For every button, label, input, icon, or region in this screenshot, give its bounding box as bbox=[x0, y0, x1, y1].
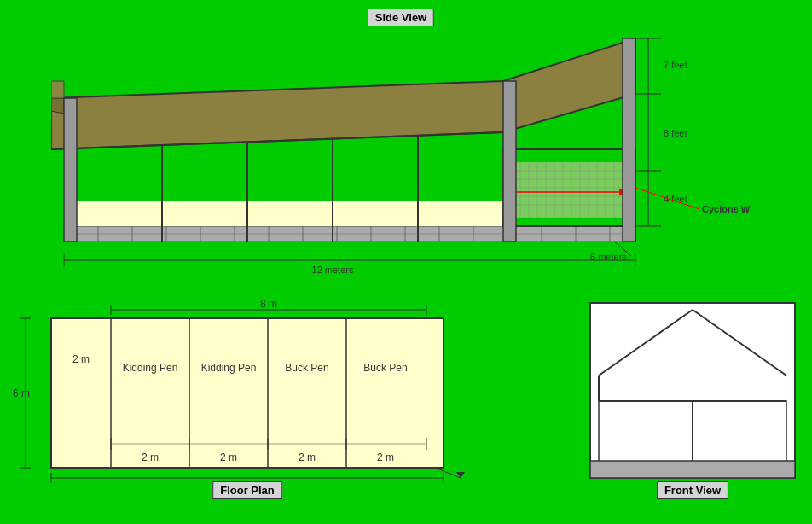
side-view-label: Side View bbox=[368, 9, 434, 26]
svg-text:12 meters: 12 meters bbox=[312, 265, 354, 275]
svg-text:7 feet: 7 feet bbox=[664, 60, 687, 70]
svg-rect-19 bbox=[77, 201, 503, 226]
svg-text:Kidding Pen: Kidding Pen bbox=[201, 362, 257, 374]
svg-rect-52 bbox=[623, 38, 635, 242]
svg-marker-50 bbox=[51, 81, 64, 98]
side-view-svg: 7 feet 8 feet 4 feet 6 meters Cyclone Wi… bbox=[51, 30, 751, 282]
side-view-section: Side View bbox=[51, 9, 751, 282]
svg-text:4 feet: 4 feet bbox=[664, 194, 687, 204]
svg-marker-48 bbox=[51, 98, 64, 114]
svg-text:6 m: 6 m bbox=[13, 387, 30, 399]
floor-plan-svg: 8 m 6 m 2 m Kidding Pen Kidding Pen Buck… bbox=[9, 294, 486, 499]
front-view-section: Front View bbox=[582, 294, 803, 499]
svg-text:Buck Pen: Buck Pen bbox=[285, 362, 328, 374]
svg-text:Buck Pen: Buck Pen bbox=[363, 362, 407, 374]
floor-plan-label: Floor Plan bbox=[212, 481, 282, 499]
svg-line-100 bbox=[435, 468, 461, 478]
svg-text:2 m: 2 m bbox=[220, 451, 237, 463]
floor-plan-section: 8 m 6 m 2 m Kidding Pen Kidding Pen Buck… bbox=[9, 294, 486, 499]
front-view-label: Front View bbox=[657, 481, 728, 499]
svg-text:Kidding Pen: Kidding Pen bbox=[123, 362, 178, 374]
svg-rect-53 bbox=[503, 81, 516, 242]
svg-text:Cyclone Wire: Cyclone Wire bbox=[702, 204, 751, 214]
svg-text:2 m: 2 m bbox=[299, 451, 316, 463]
svg-text:8 m: 8 m bbox=[260, 298, 277, 310]
svg-rect-76 bbox=[51, 318, 444, 468]
svg-text:2 m: 2 m bbox=[72, 353, 90, 365]
svg-line-66 bbox=[635, 188, 699, 209]
svg-text:8 feet: 8 feet bbox=[664, 128, 687, 138]
front-view-svg bbox=[582, 294, 803, 499]
svg-rect-114 bbox=[590, 461, 795, 478]
svg-text:2 m: 2 m bbox=[377, 451, 394, 463]
svg-marker-47 bbox=[51, 38, 635, 149]
svg-text:2 m: 2 m bbox=[142, 451, 159, 463]
svg-rect-51 bbox=[64, 98, 77, 242]
